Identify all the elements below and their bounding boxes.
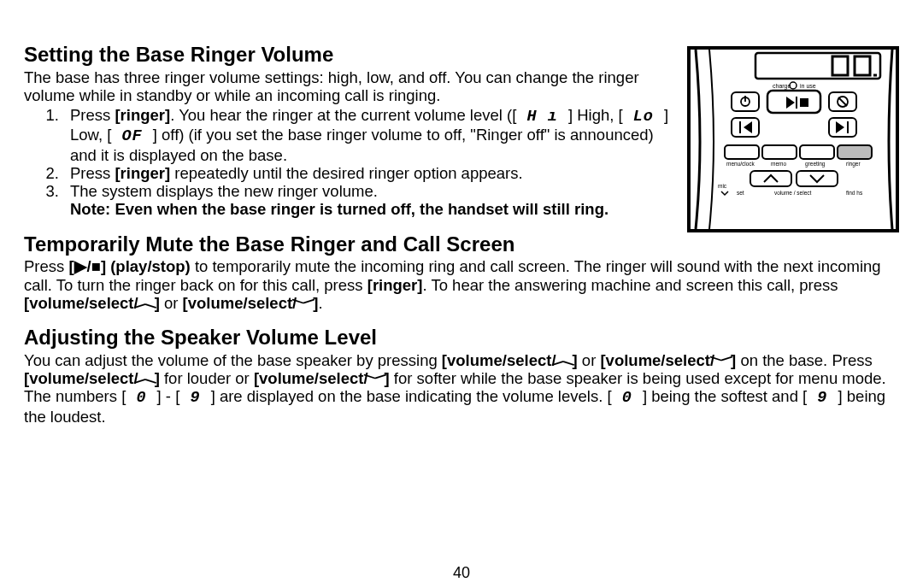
chevron-down-icon: ﹀ <box>363 369 389 387</box>
svg-text:menu/clock: menu/clock <box>726 161 755 167</box>
svg-line-14 <box>838 97 847 106</box>
svg-rect-29 <box>750 171 791 186</box>
chevron-up-icon: ︿ <box>133 294 159 312</box>
svg-text:find hs: find hs <box>846 190 863 196</box>
svg-rect-22 <box>762 145 797 159</box>
svg-text:set: set <box>737 190 744 196</box>
label-charge: charge <box>773 83 791 90</box>
chevron-down-icon: ﹀ <box>709 351 735 369</box>
svg-rect-1 <box>832 56 848 75</box>
ringer-note: Note: Even when the base ringer is turne… <box>70 200 608 218</box>
svg-rect-11 <box>800 98 808 107</box>
chevron-up-icon: ︿ <box>133 369 159 387</box>
svg-rect-24 <box>838 145 872 159</box>
svg-marker-16 <box>744 121 752 133</box>
svg-marker-9 <box>786 97 795 109</box>
svg-rect-21 <box>725 145 759 159</box>
svg-text:volume / select: volume / select <box>774 190 812 196</box>
page-number: 40 <box>24 564 899 582</box>
chevron-down-icon: ﹀ <box>292 294 318 312</box>
svg-text:memo: memo <box>771 161 786 167</box>
svg-rect-30 <box>797 171 838 186</box>
svg-marker-19 <box>836 121 844 133</box>
base-unit-illustration: charge in use menu/clock <box>687 46 899 232</box>
svg-text:ringer: ringer <box>846 161 861 168</box>
svg-rect-23 <box>800 145 834 159</box>
svg-text:greeting: greeting <box>805 161 826 168</box>
label-inuse: in use <box>800 83 816 89</box>
paragraph-speaker-volume: You can adjust the volume of the base sp… <box>24 351 899 426</box>
svg-text:mic: mic <box>718 183 727 189</box>
chevron-up-icon: ︿ <box>551 351 577 369</box>
svg-rect-8 <box>767 91 820 113</box>
heading-mute: Temporarily Mute the Base Ringer and Cal… <box>24 232 899 256</box>
heading-speaker-volume: Adjusting the Speaker Volume Level <box>24 326 899 350</box>
svg-rect-2 <box>855 56 870 75</box>
paragraph-mute: Press [▶/■] (play/stop) to temporarily m… <box>24 257 899 312</box>
